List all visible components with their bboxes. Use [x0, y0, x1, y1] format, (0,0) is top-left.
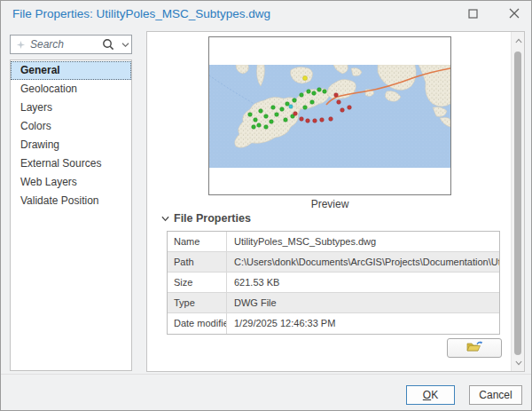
sidebar-item-external-sources[interactable]: External Sources	[11, 154, 131, 173]
sidebar-list: GeneralGeolocationLayersColorsDrawingExt…	[10, 59, 132, 371]
collapse-chevron-icon	[161, 212, 169, 225]
section-title: File Properties	[174, 212, 251, 225]
dialog-footer: OK Cancel	[1, 374, 531, 411]
preview-caption: Preview	[208, 198, 451, 210]
table-row: Size 621.53 KB	[168, 273, 499, 293]
preview-box	[208, 36, 451, 195]
sidebar-item-geolocation[interactable]: Geolocation	[11, 80, 131, 99]
search-box	[10, 35, 132, 54]
search-input[interactable]	[30, 38, 98, 51]
map-preview-image	[209, 65, 450, 168]
search-dropdown-chevron-icon[interactable]	[119, 42, 131, 48]
ok-button[interactable]: OK	[406, 385, 455, 405]
maximize-icon	[468, 6, 478, 22]
file-properties-table: Name UtilityPoles_MSC_Subtypes.dwg Path …	[167, 231, 500, 335]
scroll-up-icon[interactable]	[512, 34, 525, 47]
maximize-button[interactable]	[459, 4, 486, 24]
sparkle-filter-icon	[11, 40, 30, 50]
scrollbar-thumb[interactable]	[514, 51, 521, 355]
sidebar-item-general[interactable]: General	[11, 61, 131, 80]
close-button[interactable]	[501, 4, 528, 24]
cancel-button[interactable]: Cancel	[469, 385, 522, 405]
table-row: Path C:\Users\donk\Documents\ArcGIS\Proj…	[168, 252, 499, 273]
sidebar-item-drawing[interactable]: Drawing	[11, 136, 131, 154]
table-row: Name UtilityPoles_MSC_Subtypes.dwg	[168, 232, 499, 252]
vertical-scrollbar[interactable]	[511, 32, 524, 371]
close-icon	[509, 6, 520, 22]
file-properties-dialog: File Properties: UtilityPoles_MSC_Subtyp…	[0, 0, 532, 411]
table-row: Date modified 1/29/2025 12:46:33 PM	[168, 313, 499, 334]
sidebar-item-web-layers[interactable]: Web Layers	[11, 173, 131, 192]
sidebar-item-layers[interactable]: Layers	[11, 99, 131, 117]
sidebar-item-colors[interactable]: Colors	[11, 117, 131, 136]
scroll-down-icon[interactable]	[512, 356, 525, 369]
title-bar: File Properties: UtilityPoles_MSC_Subtyp…	[1, 1, 531, 28]
content-panel: Preview File Properties Name UtilityPole…	[146, 31, 525, 372]
open-folder-icon	[466, 340, 483, 357]
table-row: Type DWG File	[168, 293, 499, 313]
dialog-title: File Properties: UtilityPoles_MSC_Subtyp…	[12, 7, 270, 20]
file-properties-section-header[interactable]: File Properties	[161, 212, 251, 225]
search-icon[interactable]	[98, 38, 119, 51]
sidebar-item-validate-position[interactable]: Validate Position	[11, 192, 131, 210]
open-file-location-button[interactable]	[447, 338, 502, 358]
